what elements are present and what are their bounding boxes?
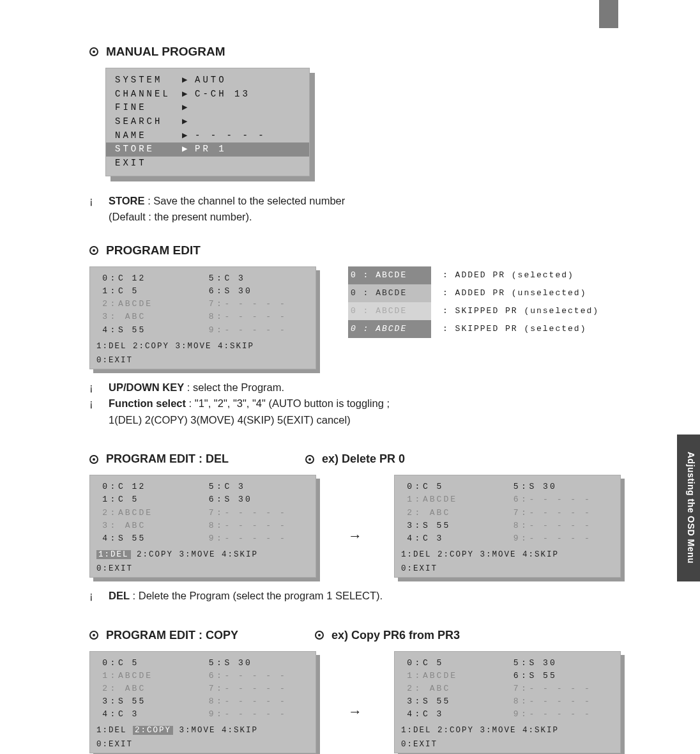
grid-row: 7:- - - - -: [203, 682, 310, 695]
bullet-ring-icon: [89, 246, 98, 255]
note-text: : Save the channel to the selected numbe…: [145, 195, 346, 206]
grid-row: 7:- - - - -: [508, 682, 614, 695]
grid-row: 9:- - - - -: [203, 708, 310, 721]
grid-row: 1:ABCDE: [96, 670, 203, 682]
section-program-edit-title: PROGRAM EDIT: [89, 243, 611, 258]
menu-row: SYSTEM▶AUTO: [115, 73, 300, 88]
section-copy-title: PROGRAM EDIT : COPY: [89, 629, 238, 642]
menu-row: EXIT: [115, 157, 300, 171]
grid-row: 2: ABC: [96, 682, 203, 695]
note-strong: UP/DOWN KEY: [109, 381, 184, 393]
manual-program-note: ¡ STORE : Save the channel to the select…: [89, 193, 611, 226]
title-text: MANUAL PROGRAM: [106, 45, 225, 59]
note-text: : "1", "2", "3", "4" (AUTO button is tog…: [186, 397, 390, 409]
grid-commands-exit: 0:EXIT: [401, 564, 614, 573]
note-strong: DEL: [109, 590, 130, 601]
grid-row: 6:- - - - -: [508, 493, 614, 506]
grid-commands: 1:DEL 2:COPY 3:MOVE 4:SKIP: [401, 726, 614, 735]
grid-row: 0:C 5: [96, 657, 203, 670]
copy-titles: PROGRAM EDIT : COPY ex) Copy PR6 from PR…: [89, 622, 611, 651]
program-edit-row: 0:C 121:C 52:ABCDE3: ABC4:S 555:C 36:S 3…: [89, 266, 611, 369]
section-copy-ex-title: ex) Copy PR6 from PR3: [315, 629, 460, 642]
bullet-ring-icon: [89, 631, 98, 640]
grid-row: 4:C 3: [96, 708, 203, 721]
note-line3: 1(DEL) 2(COPY) 3(MOVE) 4(SKIP) 5(EXIT) c…: [109, 412, 611, 429]
grid-row: 5:S 30: [508, 657, 614, 670]
grid-row: 3: ABC: [96, 311, 203, 323]
grid-row: 6:- - - - -: [203, 670, 310, 682]
grid-row: 1:ABCDE: [401, 670, 508, 682]
legend-row: 0 : ABCDE: ADDED PR (unselected): [348, 284, 599, 302]
copy-after-grid: 0:C 51:ABCDE2: ABC3:S 554:C 35:S 306:S 5…: [394, 651, 621, 754]
del-grids: 0:C 121:C 52:ABCDE3: ABC4:S 555:C 36:S 3…: [89, 475, 611, 578]
program-edit-grid: 0:C 121:C 52:ABCDE3: ABC4:S 555:C 36:S 3…: [89, 266, 316, 369]
grid-commands: 1:DEL 2:COPY 3:MOVE 4:SKIP: [96, 726, 309, 735]
legend-row: 0 : ABCDE: SKIPPED PR (selected): [348, 320, 599, 338]
grid-row: 8:- - - - -: [203, 311, 310, 323]
del-note: ¡ DEL : Delete the Program (select the p…: [89, 588, 611, 604]
grid-row: 4:S 55: [96, 324, 203, 337]
grid-row: 2:ABCDE: [96, 298, 203, 311]
grid-row: 4:C 3: [401, 532, 508, 545]
manual-program-menu: SYSTEM▶AUTOCHANNEL▶C-CH 13FINE▶SEARCH▶NA…: [105, 68, 310, 176]
bullet-ring-icon: [89, 455, 98, 464]
arrow-right-icon: →: [348, 704, 362, 720]
title-text: ex) Delete PR 0: [322, 452, 405, 466]
menu-row: SEARCH▶: [115, 115, 300, 129]
grid-row: 0:C 5: [401, 481, 508, 493]
grid-row: 5:S 30: [203, 657, 310, 670]
grid-row: 2: ABC: [401, 507, 508, 519]
menu-row: STORE▶PR 1: [106, 142, 309, 157]
program-edit-grid-wrap: 0:C 121:C 52:ABCDE3: ABC4:S 555:C 36:S 3…: [89, 266, 316, 369]
grid-row: 2: ABC: [401, 682, 508, 695]
note-strong: STORE: [109, 195, 145, 206]
note-line2: (Default : the present number).: [109, 209, 611, 226]
grid-commands: 1:DEL 2:COPY 3:MOVE 4:SKIP: [96, 342, 309, 351]
title-text: PROGRAM EDIT : DEL: [106, 452, 229, 466]
grid-commands: 1:DEL 2:COPY 3:MOVE 4:SKIP: [96, 550, 309, 559]
grid-commands-exit: 0:EXIT: [96, 564, 309, 573]
grid-row: 6:S 55: [508, 670, 614, 682]
section-del-title: PROGRAM EDIT : DEL: [89, 452, 229, 466]
grid-row: 9:- - - - -: [508, 708, 614, 721]
grid-row: 5:S 30: [508, 481, 614, 493]
legend-row: 0 : ABCDE: SKIPPED PR (unselected): [348, 302, 599, 320]
grid-row: 3:S 55: [401, 519, 508, 532]
grid-row: 4:C 3: [401, 708, 508, 721]
grid-row: 4:S 55: [96, 532, 203, 545]
grid-row: 5:C 3: [203, 481, 310, 493]
menu-row: CHANNEL▶C-CH 13: [115, 88, 300, 102]
section-manual-program-title: MANUAL PROGRAM: [89, 45, 611, 59]
grid-row: 7:- - - - -: [203, 507, 310, 519]
grid-row: 8:- - - - -: [203, 695, 310, 708]
grid-row: 6:S 30: [203, 285, 310, 298]
page-body: MANUAL PROGRAM SYSTEM▶AUTOCHANNEL▶C-CH 1…: [0, 0, 700, 754]
grid-commands: 1:DEL 2:COPY 3:MOVE 4:SKIP: [401, 550, 614, 559]
grid-row: 7:- - - - -: [508, 507, 614, 519]
top-corner-accent: [599, 0, 618, 28]
grid-row: 1:ABCDE: [401, 493, 508, 506]
grid-row: 3: ABC: [96, 519, 203, 532]
arrow-right-icon: →: [348, 528, 362, 544]
side-chapter-tab: Adjusting the OSD Menu: [677, 435, 700, 581]
grid-row: 0:C 12: [96, 272, 203, 285]
del-titles: PROGRAM EDIT : DEL ex) Delete PR 0: [89, 446, 611, 475]
note-strong: Function select: [109, 397, 186, 409]
del-before-grid: 0:C 121:C 52:ABCDE3: ABC4:S 555:C 36:S 3…: [89, 475, 316, 578]
grid-row: 6:S 30: [203, 493, 310, 506]
copy-grids: 0:C 51:ABCDE2: ABC3:S 554:C 35:S 306:- -…: [89, 651, 611, 754]
title-text: PROGRAM EDIT : COPY: [106, 629, 238, 642]
bullet-ring-icon: [89, 47, 98, 56]
grid-row: 1:C 5: [96, 493, 203, 506]
manual-program-menu-wrap: SYSTEM▶AUTOCHANNEL▶C-CH 13FINE▶SEARCH▶NA…: [105, 68, 310, 176]
note-text: : select the Program.: [184, 381, 284, 393]
del-after-grid: 0:C 51:ABCDE2: ABC3:S 554:C 35:S 306:- -…: [394, 475, 621, 578]
legend-row: 0 : ABCDE: ADDED PR (selected): [348, 266, 599, 284]
copy-before-grid: 0:C 51:ABCDE2: ABC3:S 554:C 35:S 306:- -…: [89, 651, 316, 754]
grid-row: 1:C 5: [96, 285, 203, 298]
grid-row: 0:C 5: [401, 657, 508, 670]
menu-row: NAME▶- - - - -: [115, 129, 300, 143]
grid-row: 9:- - - - -: [508, 532, 614, 545]
grid-commands-exit: 0:EXIT: [96, 740, 309, 749]
menu-row: FINE▶: [115, 101, 300, 115]
